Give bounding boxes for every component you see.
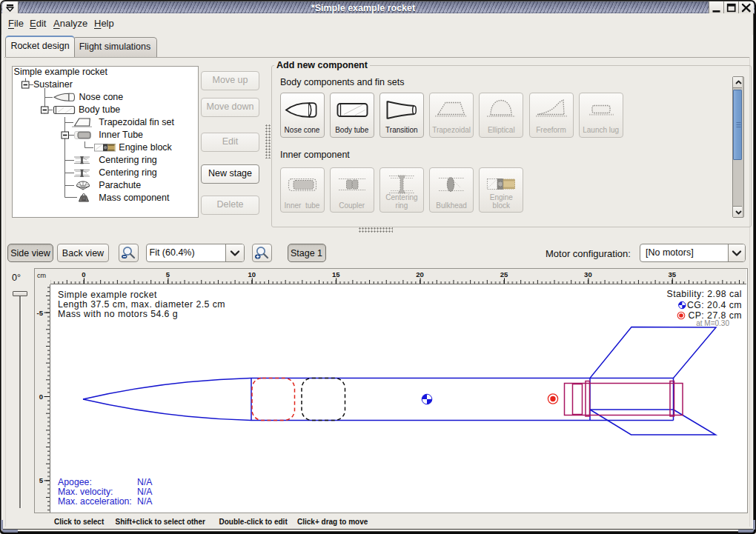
svg-text:10: 10 [248, 270, 256, 278]
svg-text:15: 15 [332, 270, 340, 278]
svg-text:35: 35 [669, 270, 677, 278]
svg-text:25: 25 [500, 270, 508, 278]
svg-text:0: 0 [39, 393, 43, 401]
svg-text:0: 0 [82, 270, 85, 278]
svg-text:kg: kg [82, 198, 85, 201]
svg-text:5: 5 [39, 476, 44, 484]
svg-text:5: 5 [166, 270, 170, 278]
svg-text:20: 20 [416, 270, 424, 278]
svg-text:-5: -5 [37, 309, 44, 317]
svg-text:30: 30 [584, 270, 592, 278]
